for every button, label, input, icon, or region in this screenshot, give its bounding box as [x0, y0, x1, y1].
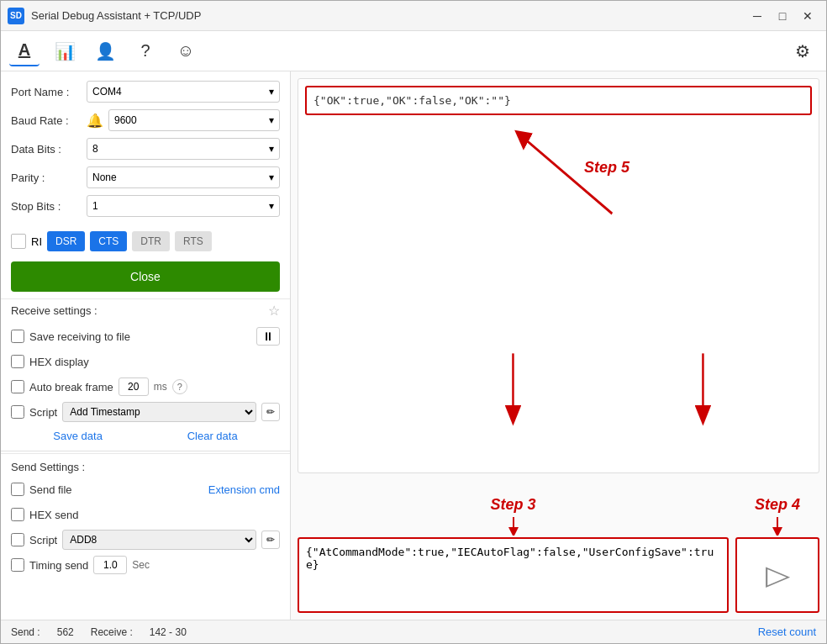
script-send-label: Script	[29, 534, 57, 546]
help-icon: ?	[140, 41, 150, 61]
timing-unit: Sec	[132, 559, 150, 571]
send-file-checkbox[interactable]	[11, 483, 24, 496]
receive-status-label: Receive :	[91, 626, 133, 638]
data-bits-chevron: ▾	[269, 143, 274, 155]
reset-count-button[interactable]: Reset count	[758, 626, 816, 638]
dsr-button[interactable]: DSR	[47, 231, 85, 251]
window-title: Serial Debug Assistant + TCP/UDP	[31, 9, 745, 22]
port-settings: Port Name : COM4 ▾ Baud Rate : 🔔 9600 ▾	[1, 71, 290, 228]
auto-break-unit: ms	[154, 381, 167, 393]
script-send-select[interactable]: ADD8	[62, 530, 256, 550]
save-to-file-row: Save receiving to file ⏸	[11, 324, 280, 349]
script-receive-select[interactable]: Add Timestamp	[62, 402, 256, 422]
hex-display-row: HEX display	[11, 349, 280, 374]
hex-send-row: HEX send	[11, 502, 280, 527]
font-button[interactable]: A	[9, 36, 40, 66]
send-count: 562	[57, 626, 74, 638]
step5-annotation: Step 5	[584, 159, 629, 177]
pause-button[interactable]: ⏸	[256, 327, 280, 346]
left-panel: Port Name : COM4 ▾ Baud Rate : 🔔 9600 ▾	[1, 71, 291, 620]
script-receive-edit[interactable]: ✏	[261, 403, 280, 421]
send-button[interactable]: ▷	[735, 537, 819, 613]
annotations-overlay	[298, 79, 819, 472]
send-arrow-icon: ▷	[765, 559, 790, 591]
auto-break-help[interactable]: ?	[172, 379, 187, 394]
auto-break-checkbox[interactable]	[11, 380, 24, 393]
receive-settings-star[interactable]: ☆	[268, 303, 280, 319]
toolbar: A 📊 👤 ? ☺ ⚙	[1, 31, 826, 71]
settings-button[interactable]: ⚙	[787, 36, 818, 66]
stop-bits-row: Stop Bits : 1 ▾	[11, 193, 280, 219]
parity-chevron: ▾	[269, 172, 274, 183]
step4-arrow-icon	[769, 515, 786, 536]
dtr-button[interactable]: DTR	[132, 231, 170, 251]
baud-icon: 🔔	[87, 113, 103, 129]
close-window-button[interactable]: ✕	[796, 6, 819, 26]
timing-send-row: Timing send Sec	[11, 552, 280, 578]
script-receive-label: Script	[29, 406, 57, 419]
action-row: Save data Clear data	[1, 426, 290, 449]
cts-button[interactable]: CTS	[90, 231, 127, 251]
clear-data-button[interactable]: Clear data	[187, 430, 238, 442]
font-icon: A	[18, 40, 30, 60]
timing-send-input[interactable]	[93, 556, 127, 574]
status-bar: Send : 562 Receive : 142 - 30 Reset coun…	[1, 620, 826, 643]
save-to-file-label: Save receiving to file	[29, 330, 130, 343]
rts-button[interactable]: RTS	[175, 231, 212, 251]
send-file-label: Send file	[29, 483, 72, 496]
emoji-icon: ☺	[177, 41, 194, 61]
timing-send-checkbox[interactable]	[11, 558, 24, 572]
chart-button[interactable]: 📊	[50, 36, 80, 66]
port-name-label: Port Name :	[11, 86, 87, 98]
ri-label: RI	[31, 235, 42, 248]
pause-icon: ⏸	[262, 330, 274, 343]
close-port-button[interactable]: Close	[11, 261, 280, 292]
save-to-file-checkbox[interactable]	[11, 330, 24, 343]
timing-send-label: Timing send	[29, 559, 88, 572]
ri-checkbox[interactable]	[11, 234, 26, 249]
send-area: ▷	[298, 537, 819, 613]
hex-display-checkbox[interactable]	[11, 355, 24, 368]
receive-count: 142 - 30	[150, 626, 187, 638]
script-send-checkbox[interactable]	[11, 533, 24, 546]
script-receive-checkbox[interactable]	[11, 405, 24, 419]
title-bar: SD Serial Debug Assistant + TCP/UDP ─ □ …	[1, 1, 826, 31]
send-settings-label: Send Settings :	[11, 456, 280, 477]
maximize-button[interactable]: □	[771, 6, 794, 26]
step4-annotation: Step 4	[755, 496, 800, 514]
auto-break-row: Auto break frame ms ?	[11, 374, 280, 399]
step3-arrow-icon	[505, 515, 522, 536]
signal-row: RI DSR CTS DTR RTS	[1, 228, 290, 255]
person-icon: 👤	[95, 41, 116, 61]
baud-rate-row: Baud Rate : 🔔 9600 ▾	[11, 107, 280, 134]
extension-cmd-button[interactable]: Extension cmd	[208, 483, 280, 496]
emoji-button[interactable]: ☺	[171, 36, 201, 66]
data-bits-row: Data Bits : 8 ▾	[11, 135, 280, 162]
step-labels-row: Step 3 Step 4	[298, 480, 819, 514]
stop-bits-select[interactable]: 1 ▾	[87, 195, 280, 217]
script-send-edit[interactable]: ✏	[261, 531, 280, 549]
help-button[interactable]: ?	[130, 36, 161, 66]
script-send-row: Script ADD8 ✏	[11, 527, 280, 552]
baud-rate-select[interactable]: 9600 ▾	[108, 109, 280, 131]
data-bits-select[interactable]: 8 ▾	[87, 138, 280, 160]
minimize-button[interactable]: ─	[745, 6, 769, 26]
window-controls: ─ □ ✕	[745, 6, 819, 26]
received-area: {"OK":true,"OK":false,"OK":""}	[298, 78, 819, 473]
app-icon: SD	[8, 8, 24, 24]
hex-send-checkbox[interactable]	[11, 508, 24, 521]
chart-icon: 📊	[55, 41, 76, 61]
person-button[interactable]: 👤	[90, 36, 120, 66]
baud-rate-chevron: ▾	[269, 114, 274, 126]
right-panel: {"OK":true,"OK":false,"OK":""}	[291, 71, 826, 620]
receive-settings: Save receiving to file ⏸ HEX display Aut…	[1, 322, 290, 426]
send-text-input[interactable]	[298, 537, 729, 613]
auto-break-input[interactable]	[119, 377, 149, 396]
hex-send-label: HEX send	[29, 509, 79, 521]
save-data-button[interactable]: Save data	[53, 430, 103, 442]
settings-icon: ⚙	[795, 41, 810, 61]
port-name-select[interactable]: COM4 ▾	[87, 81, 280, 103]
app-window: SD Serial Debug Assistant + TCP/UDP ─ □ …	[0, 0, 827, 644]
step3-annotation: Step 3	[490, 496, 535, 514]
parity-select[interactable]: None ▾	[87, 166, 280, 188]
